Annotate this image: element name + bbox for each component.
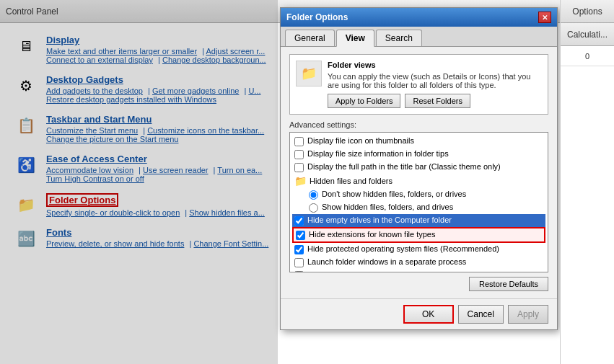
checkbox-display-icon-thumbnails[interactable] <box>294 137 304 146</box>
right-panel: Options Calculati... 0 <box>560 0 614 364</box>
right-header-calculati: Calculati... <box>561 23 614 46</box>
checkbox-display-full-path[interactable] <box>294 163 304 172</box>
setting-restore-previous-folder: Restore previous folder windows at logon <box>292 269 545 272</box>
folder-views-icon: 📁 <box>296 61 322 86</box>
restore-defaults-button[interactable]: Restore Defaults <box>469 277 548 291</box>
checkbox-hide-empty-drives[interactable] <box>294 216 304 226</box>
checkbox-launch-folder-windows[interactable] <box>294 258 304 267</box>
radio-dont-show-hidden[interactable] <box>309 190 318 200</box>
restore-defaults-row: Restore Defaults <box>289 277 548 291</box>
hidden-files-subitems: Don't show hidden files, folders, or dri… <box>292 188 545 214</box>
setting-hide-empty-drives: Hide empty drives in the Computer folder <box>292 214 545 227</box>
setting-display-filesize-info: Display file size information in folder … <box>292 148 545 161</box>
folder-views-section: 📁 Folder views You can apply the view (s… <box>289 54 548 115</box>
checkbox-display-filesize-info[interactable] <box>294 150 304 159</box>
ok-button[interactable]: OK <box>403 305 454 324</box>
right-cell-value: 0 <box>561 46 614 66</box>
setting-hide-extensions: Hide extensions for known file types <box>292 227 545 243</box>
close-button[interactable]: ✕ <box>538 12 551 23</box>
right-header-options: Options <box>561 0 614 23</box>
advanced-settings-list[interactable]: Display file icon on thumbnails Display … <box>289 132 548 272</box>
modal-overlay <box>0 0 278 364</box>
tab-general[interactable]: General <box>285 30 335 46</box>
dialog-titlebar: Folder Options ✕ <box>281 8 557 27</box>
hidden-files-group: 📁 Hidden files and folders <box>292 174 545 188</box>
setting-display-icon-thumbnails: Display file icon on thumbnails <box>292 135 545 148</box>
advanced-settings-label: Advanced settings: <box>289 120 548 129</box>
dialog-footer: OK Cancel Apply <box>281 298 557 329</box>
setting-dont-show-hidden: Don't show hidden files, folders, or dri… <box>307 188 545 201</box>
dialog-title: Folder Options <box>286 12 348 22</box>
dialog-body: 📁 Folder views You can apply the view (s… <box>281 47 557 298</box>
checkbox-hide-extensions[interactable] <box>296 231 305 240</box>
tab-search[interactable]: Search <box>376 30 422 46</box>
checkbox-hide-protected-os[interactable] <box>294 245 304 254</box>
setting-hide-protected-os: Hide protected operating system files (R… <box>292 243 545 256</box>
hidden-files-folder-icon: 📁 <box>294 175 307 187</box>
cancel-button[interactable]: Cancel <box>458 305 504 324</box>
apply-to-folders-button[interactable]: Apply to Folders <box>328 94 400 108</box>
folder-options-dialog: Folder Options ✕ General View Search 📁 F… <box>280 7 558 330</box>
tab-view[interactable]: View <box>336 30 374 47</box>
apply-button[interactable]: Apply <box>508 305 548 324</box>
tab-bar: General View Search <box>281 27 557 47</box>
radio-show-hidden[interactable] <box>309 203 318 213</box>
folder-views-header: Folder views <box>328 61 542 69</box>
reset-folders-button[interactable]: Reset Folders <box>405 94 470 108</box>
folder-view-buttons: Apply to Folders Reset Folders <box>328 94 542 108</box>
setting-display-full-path: Display the full path in the title bar (… <box>292 161 545 174</box>
setting-launch-folder-windows: Launch folder windows in a separate proc… <box>292 256 545 269</box>
folder-views-description: You can apply the view (such as Details … <box>328 72 542 89</box>
setting-show-hidden: Show hidden files, folders, and drives <box>307 201 545 214</box>
checkbox-restore-previous-folder[interactable] <box>294 271 304 272</box>
